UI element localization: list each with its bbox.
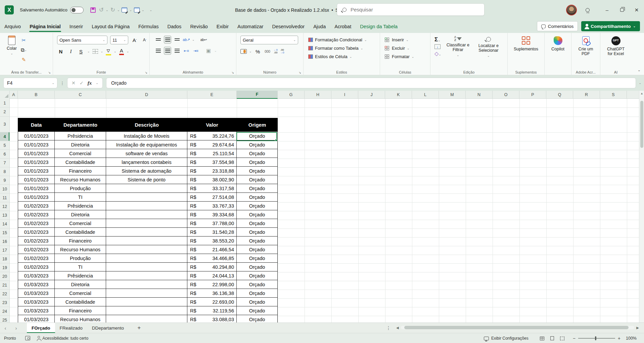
cell-descrição[interactable] — [106, 184, 187, 193]
fill-color-icon[interactable]: 🜄 — [106, 48, 111, 55]
scroll-left-icon[interactable]: ◀ — [396, 326, 401, 330]
underline-chevron-icon[interactable]: ⌄ — [87, 50, 90, 53]
cell-departamento[interactable]: Financeiro — [55, 167, 106, 175]
cell-data[interactable]: 01/02/2023 — [18, 237, 55, 245]
row-header-23[interactable]: 23 — [0, 298, 9, 307]
column-header-H[interactable]: H — [305, 91, 331, 99]
ribbon-tab-automatizar[interactable]: Automatizar — [233, 20, 268, 33]
ribbon-tab-exibir[interactable]: Exibir — [212, 20, 233, 33]
cell-departamento[interactable]: Produção — [55, 254, 106, 263]
increase-font-button[interactable]: Aˆ — [131, 36, 138, 44]
cell-descrição[interactable]: Sistema de automação — [106, 167, 187, 175]
ribbon-tab-desenvolvedor[interactable]: Desenvolvedor — [268, 20, 309, 33]
row-header-17[interactable]: 17 — [0, 246, 9, 255]
orientation-button[interactable]: ab↗ — [183, 36, 190, 44]
table-row[interactable]: 01/03/2023Recurso HumanosR$33.088,03Orça… — [18, 315, 278, 323]
table-row[interactable]: 01/02/2023ContabilidadeR$31.540,28Orçado — [18, 228, 278, 237]
sheet-tab-forçado[interactable]: FOrçado — [27, 323, 55, 333]
autosum-button[interactable]: Σ⌄ — [434, 36, 441, 43]
sort-filter-button[interactable]: AZ Classificar e Filtrar ⌄ — [445, 36, 471, 57]
cell-descrição[interactable] — [106, 202, 187, 210]
sheet-nav-next-icon[interactable]: › — [11, 325, 21, 331]
ribbon-tab-dados[interactable]: Dados — [163, 20, 186, 33]
cell-origem[interactable]: Orçado — [237, 167, 278, 175]
accounting-format-icon[interactable] — [240, 49, 247, 54]
ribbon-tab-arquivo[interactable]: Arquivo — [0, 20, 25, 33]
increase-indent-button[interactable]: ⇥≡ — [192, 47, 199, 55]
formula-bar-handle[interactable]: ⋮ — [60, 81, 64, 86]
cell-valor[interactable]: R$27.514,08 — [187, 193, 237, 202]
cell-valor[interactable]: R$22.693,00 — [187, 298, 237, 306]
cell-descrição[interactable]: Instalação de Moveis — [106, 132, 187, 140]
cell-valor[interactable]: R$21.466,54 — [187, 245, 237, 254]
lightbulb-icon[interactable] — [586, 8, 590, 12]
cell-valor[interactable]: R$22.998,00 — [187, 280, 237, 289]
cell-origem[interactable]: Orçado — [237, 140, 278, 149]
cell-data[interactable]: 01/03/2023 — [18, 271, 55, 280]
table-row[interactable]: 01/02/2023ComercialR$37.788,00Orçado — [18, 219, 278, 228]
cell-descrição[interactable]: software de vendas — [106, 149, 187, 158]
cell-origem[interactable]: Orçado — [237, 158, 278, 167]
table-row[interactable]: 01/01/2023Recurso HumanosSistema de pont… — [18, 175, 278, 184]
minimize-button[interactable]: – — [600, 0, 614, 20]
name-box-input[interactable] — [6, 80, 40, 86]
table-row[interactable]: 01/02/2023TIR$40.294,80Orçado — [18, 263, 278, 271]
addins-button[interactable]: Suplementos — [508, 36, 544, 51]
redo-dropdown-icon[interactable]: ⌄ — [117, 8, 120, 12]
name-box[interactable]: ⌄ — [3, 78, 57, 88]
cell-valor[interactable]: R$37.788,00 — [187, 219, 237, 228]
row-header-22[interactable]: 22 — [0, 290, 9, 298]
row-header-13[interactable]: 13 — [0, 211, 9, 220]
formula-input-field[interactable] — [106, 78, 636, 88]
ribbon-tab-ajuda[interactable]: Ajuda — [309, 20, 330, 33]
column-header-K[interactable]: K — [385, 91, 412, 99]
table-row[interactable]: 01/02/2023Recurso HumanosR$21.466,54Orça… — [18, 245, 278, 254]
horizontal-scroll-thumb[interactable] — [404, 326, 629, 329]
cell-descrição[interactable] — [106, 210, 187, 219]
cell-origem[interactable]: Orçado — [237, 149, 278, 158]
copy-button[interactable]: ⧉⌄ — [20, 46, 28, 54]
styles-item-1[interactable]: Formatar como Tabela⌄ — [308, 44, 380, 52]
expand-formula-bar-icon[interactable]: ⌄ — [639, 81, 641, 85]
undo-dropdown-icon[interactable]: ⌄ — [106, 8, 108, 12]
cell-data[interactable]: 01/02/2023 — [18, 254, 55, 263]
cell-descrição[interactable]: Instalação de equipamentos — [106, 140, 187, 149]
cell-valor[interactable]: R$38.002,90 — [187, 175, 237, 184]
ribbon-tab-p-gina-inicial[interactable]: Página Inicial — [25, 20, 65, 33]
cell-origem[interactable]: Orçado — [237, 237, 278, 245]
column-header-O[interactable]: O — [493, 91, 519, 99]
merge-chevron-icon[interactable]: ⌄ — [214, 49, 217, 52]
close-button[interactable]: ✕ — [629, 0, 644, 20]
styles-item-2[interactable]: Estilos de Célula⌄ — [308, 52, 380, 61]
cell-valor[interactable]: R$40.294,80 — [187, 263, 237, 271]
row-header-1[interactable]: 1 — [0, 99, 9, 108]
column-header-E[interactable]: E — [187, 91, 237, 99]
merge-center-button[interactable]: ▣ — [205, 47, 212, 55]
cell-data[interactable]: 01/01/2023 — [18, 140, 55, 149]
cell-descrição[interactable]: Sistema de ponto — [106, 175, 187, 184]
cell-data[interactable]: 01/01/2023 — [18, 132, 55, 140]
cell-data[interactable]: 01/01/2023 — [18, 175, 55, 184]
wrap-text-button[interactable]: ab↩ — [200, 36, 208, 44]
clipboard-dialog-launcher-icon[interactable]: ↘ — [48, 71, 51, 74]
row-header-21[interactable]: 21 — [0, 281, 9, 290]
comments-button[interactable]: Comentários — [537, 21, 578, 31]
sheet-grid[interactable]: 1234567891011121314151617181920212223242… — [0, 99, 639, 323]
table-row[interactable]: 01/03/2023ContabilidadeR$22.693,00Orçado — [18, 298, 278, 306]
qat-overflow-icon[interactable]: ⌄ — [150, 8, 152, 12]
cell-data[interactable]: 01/02/2023 — [18, 228, 55, 237]
cell-departamento[interactable]: Financeiro — [55, 237, 106, 245]
column-header-Q[interactable]: Q — [546, 91, 573, 99]
ribbon-tab-acrobat[interactable]: Acrobat — [330, 20, 356, 33]
row-header-25[interactable]: 25 — [0, 316, 9, 323]
page-layout-view-button[interactable] — [548, 335, 557, 342]
table-row[interactable]: 01/01/2023PrêsidenciaInstalação de Movei… — [18, 132, 278, 140]
cell-departamento[interactable]: Diretoria — [55, 140, 106, 149]
cell-descrição[interactable] — [106, 219, 187, 228]
create-pdf-button[interactable]: Crie um PDF — [576, 36, 596, 56]
cell-data[interactable]: 01/01/2023 — [18, 158, 55, 167]
ribbon-tab-layout-da-p-gina[interactable]: Layout da Página — [87, 20, 134, 33]
cell-valor[interactable]: R$37.554,98 — [187, 158, 237, 167]
borders-chevron-icon[interactable]: ⌄ — [101, 50, 103, 53]
cell-valor[interactable]: R$33.317,58 — [187, 184, 237, 193]
